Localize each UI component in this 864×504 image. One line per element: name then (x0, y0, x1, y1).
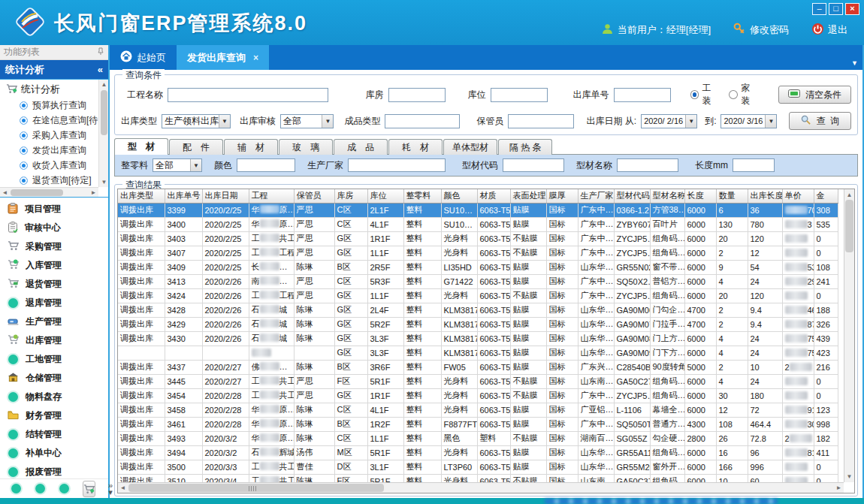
column-header[interactable]: 保管员 (294, 189, 334, 203)
table-row[interactable]: 调拨出库34242020/2/26工工程严思G区1L1F整料光身料6063-T5… (118, 288, 838, 303)
location-input[interactable] (491, 88, 548, 102)
tree-item[interactable]: 在途信息查询[待 (0, 113, 98, 128)
maker-input[interactable] (348, 158, 446, 172)
table-row[interactable]: 调拨出库34932020/3/2华原…陈琳C区1L1F整料黑色塑料不贴膜国标湖南… (118, 431, 838, 445)
out-type-select[interactable]: 生产领料出库 ▼ (162, 114, 231, 128)
column-header[interactable]: 型材代码 (614, 189, 650, 203)
order-no-input[interactable] (614, 88, 671, 102)
sidebar-menu-item[interactable]: 出库管理 (0, 331, 108, 350)
collapse-icon[interactable]: « (98, 64, 103, 75)
material-tab[interactable]: 玻 璃 (279, 139, 333, 155)
column-header[interactable]: 金 (814, 189, 838, 203)
material-tab[interactable]: 隔 热 条 (498, 139, 552, 155)
grid-horizontal-scrollbar[interactable]: ◄ ► (118, 482, 844, 493)
maximize-button[interactable]: □ (829, 3, 843, 15)
column-header[interactable]: 材质 (477, 189, 510, 203)
pin-icon[interactable] (97, 47, 104, 58)
sidebar-menu-item[interactable]: 退库管理 (0, 294, 108, 312)
footer-dot-icon[interactable] (11, 484, 21, 493)
column-header[interactable]: 表面处理 (510, 189, 546, 203)
sidebar-menu-item[interactable]: 物料盘存 (0, 388, 108, 406)
table-row[interactable]: 调拨出库34612020/2/28华原…陈琳B区1R2F整料F8877FT606… (118, 417, 838, 431)
color-input[interactable] (237, 158, 295, 172)
column-header[interactable]: 库房 (334, 189, 367, 203)
column-header[interactable]: 工程 (249, 189, 294, 203)
material-tab[interactable]: 配 件 (169, 139, 223, 155)
tab-shipping-outbound-query[interactable]: 发货出库查询× (177, 45, 269, 70)
tab-start-page[interactable]: 起始页 (110, 45, 177, 70)
column-header[interactable]: 出库日期 (202, 189, 249, 203)
table-row[interactable]: 调拨出库35002020/3/3工共工程曹佳D区3L1F整料LT3P606063… (118, 460, 838, 474)
date-to-picker[interactable]: 2020/ 3/16 ▼ (721, 114, 777, 128)
sidebar-menu-item[interactable]: 仓储管理 (0, 369, 108, 388)
table-row[interactable]: 调拨出库34032020/2/25工共工程严思G区1R1F整料光身料6063-T… (118, 231, 838, 246)
profile-name-input[interactable] (617, 158, 678, 172)
sidebar-menu-item[interactable]: 结转管理 (0, 425, 108, 444)
sidebar-section-statistics[interactable]: 统计分析 « (0, 60, 108, 79)
table-row[interactable]: 调拨出库34132020/2/26南…严思C区5R3F整料G714226063-… (118, 274, 838, 288)
logout-button[interactable]: 退出 (811, 23, 847, 38)
audit-select[interactable]: 全部 ▼ (280, 114, 334, 128)
radio-home-install[interactable]: 家装 (729, 82, 759, 107)
minimize-button[interactable]: – (812, 3, 826, 15)
table-row[interactable]: 调拨出库34282020/2/26石城陈琳G区2L4F整料KLM38176063… (118, 303, 838, 317)
table-row[interactable]: 调拨出库34002020/2/25华原…严思C区4L1F整料SU10…6063-… (118, 217, 838, 231)
table-row[interactable]: 调拨出库34292020/2/26石城陈琳G区5R2F整料KLM38176063… (118, 317, 838, 331)
material-tab[interactable]: 单体型材 (443, 139, 497, 155)
sidebar-menu-item[interactable]: 补单中心 (0, 444, 108, 463)
column-header[interactable]: 生产厂家 (578, 189, 614, 203)
table-row[interactable]: 调拨出库34542020/2/28工共工程严思G区1R1F整料光身料6063-T… (118, 388, 838, 403)
column-header[interactable]: 整零料 (403, 189, 441, 203)
sidebar-menu-item[interactable]: 审核中心 (0, 219, 108, 237)
clear-conditions-button[interactable]: 清空条件 (778, 86, 851, 104)
tab-overflow-icon[interactable]: ▼ (851, 59, 858, 67)
column-header[interactable]: 出库类型 (118, 189, 165, 203)
tree-vertical-scrollbar[interactable]: ▲ ▼ (98, 80, 108, 187)
profile-code-input[interactable] (503, 158, 564, 172)
material-tab[interactable]: 辅 材 (224, 139, 278, 155)
tree-item[interactable]: 收货入库查询 (0, 158, 98, 173)
sidebar-menu-item[interactable]: 退货管理 (0, 275, 108, 294)
sidebar-menu-item[interactable]: 财务管理 (0, 406, 108, 425)
table-row[interactable]: 调拨出库35102020/3/4工共工程陈琳F区5R1F整料光身料6063-T5… (118, 474, 838, 482)
table-row[interactable]: 调拨出库34072020/2/25工工程严思G区1L1F整料光身料6063-T5… (118, 246, 838, 260)
table-row[interactable]: G区3L3F整料KLM38176063-T5贴膜国标山东华…GA90M09.门下… (118, 346, 838, 360)
sidebar-menu-item[interactable]: 采购管理 (0, 237, 108, 256)
tree-item[interactable]: 发货出库查询 (0, 143, 98, 158)
column-header[interactable]: 数量 (716, 189, 748, 203)
radio-work-install[interactable]: 工装 (690, 82, 721, 107)
close-tab-icon[interactable]: × (253, 53, 258, 63)
warehouse-input[interactable] (388, 88, 446, 102)
search-button[interactable]: 查 询 (789, 112, 851, 130)
change-password-button[interactable]: 修改密码 (733, 23, 789, 38)
tree-item[interactable]: 退货查询[待定] (0, 173, 98, 187)
whole-part-select[interactable]: 全部 ▼ (153, 158, 202, 172)
sidebar-menu-item[interactable]: 报废管理 (0, 463, 108, 478)
product-type-input[interactable] (385, 114, 460, 128)
table-row[interactable]: 调拨出库34582020/2/28华原…陈琳C区4L1F整料光身料6063-T5… (118, 403, 838, 417)
table-row[interactable]: 调拨出库34092020/2/25长…陈琳B区2R5F整料LI35HD6063-… (118, 260, 838, 274)
column-header[interactable]: 单价 (782, 189, 814, 203)
column-header[interactable]: 膜厚 (546, 189, 578, 203)
sidebar-menu-item[interactable]: 工地管理 (0, 350, 108, 369)
column-header[interactable]: 颜色 (441, 189, 477, 203)
table-row[interactable]: 调拨出库33992020/2/25华原…严思C区2L1F整料SU10…6063-… (118, 203, 838, 217)
column-header[interactable]: 型材名称 (650, 189, 684, 203)
table-row[interactable]: 调拨出库34372020/2/27佛…陈琳B区3R6F整料FW056063-T5… (118, 360, 838, 374)
tree-horizontal-scrollbar[interactable]: ◄ ► (0, 187, 98, 197)
column-header[interactable]: 长度 (684, 189, 716, 203)
material-tab[interactable]: 成 品 (334, 139, 388, 155)
project-name-input[interactable] (168, 88, 328, 102)
keeper-input[interactable] (508, 114, 574, 128)
table-row[interactable]: 调拨出库34302020/2/26石城陈琳G区3L3F整料KLM38176063… (118, 331, 838, 346)
tree-root-statistics[interactable]: 统计分析 (0, 81, 98, 98)
date-from-picker[interactable]: 2020/ 2/16 ▼ (641, 114, 697, 128)
footer-cart-button[interactable] (83, 481, 95, 497)
tree-item[interactable]: 预算执行查询 (0, 98, 98, 113)
column-header[interactable]: 出库单号 (165, 189, 202, 203)
material-tab[interactable]: 型 材 (114, 138, 168, 155)
close-button[interactable]: × (845, 3, 859, 15)
footer-dot-icon[interactable] (59, 484, 69, 493)
footer-dot-icon[interactable] (35, 484, 45, 493)
sidebar-menu-item[interactable]: 生产管理 (0, 312, 108, 331)
